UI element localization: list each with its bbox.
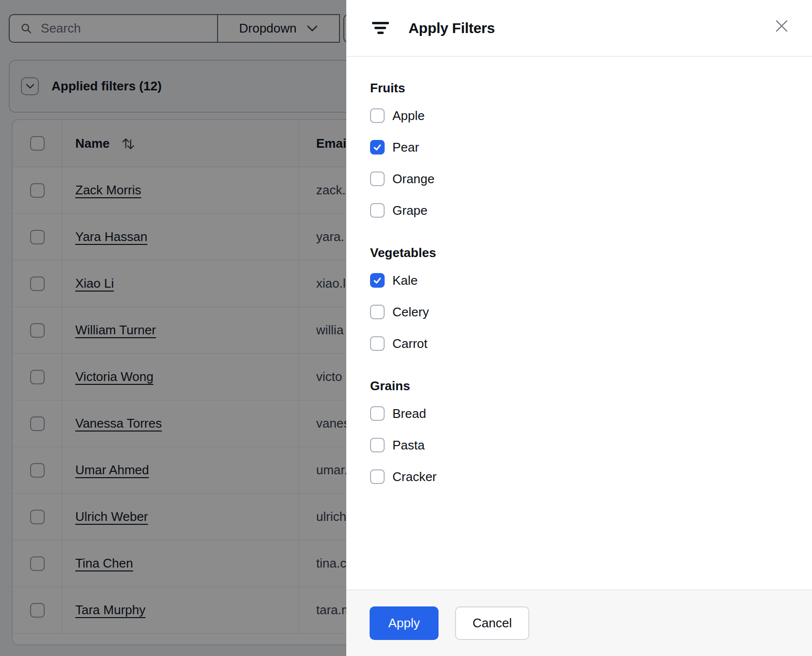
- filter-options: Apple Pear Orange Grape: [370, 108, 788, 218]
- filter-option-label[interactable]: Grape: [392, 203, 427, 218]
- filter-section: Vegetables Kale Celery Carrot: [370, 244, 788, 351]
- filter-option-label[interactable]: Cracker: [392, 469, 437, 484]
- filter-option-label[interactable]: Bread: [392, 406, 426, 421]
- filter-checkbox[interactable]: [370, 140, 385, 155]
- filter-checkbox[interactable]: [370, 406, 385, 421]
- filter-checkbox[interactable]: [370, 108, 385, 123]
- filter-option[interactable]: Celery: [370, 304, 788, 320]
- filter-options: Kale Celery Carrot: [370, 273, 788, 351]
- panel-title: Apply Filters: [408, 20, 495, 36]
- close-button[interactable]: [770, 15, 793, 37]
- filter-option[interactable]: Kale: [370, 273, 788, 288]
- panel-footer: Apply Cancel: [346, 589, 812, 656]
- filter-option[interactable]: Pasta: [370, 437, 788, 453]
- filter-option[interactable]: Apple: [370, 108, 788, 123]
- modal-backdrop[interactable]: [0, 0, 346, 656]
- filter-section-title: Fruits: [370, 80, 788, 96]
- filter-checkbox[interactable]: [370, 203, 385, 218]
- filter-section-title: Vegetables: [370, 244, 788, 261]
- filter-option[interactable]: Pear: [370, 139, 788, 155]
- filter-section: Grains Bread Pasta Cracker: [370, 378, 788, 484]
- filter-sections: Fruits Apple Pear Orange: [346, 80, 812, 484]
- check-icon: [372, 276, 382, 285]
- filter-options: Bread Pasta Cracker: [370, 406, 788, 484]
- filter-section-title: Grains: [370, 378, 788, 394]
- check-icon: [372, 142, 382, 152]
- filter-checkbox[interactable]: [370, 438, 385, 452]
- filter-icon: [372, 22, 389, 34]
- filter-option[interactable]: Bread: [370, 406, 788, 421]
- filter-option-label[interactable]: Celery: [392, 305, 429, 320]
- filter-option-label[interactable]: Kale: [392, 273, 418, 288]
- close-icon: [775, 19, 788, 33]
- filter-option-label[interactable]: Orange: [392, 172, 435, 187]
- filter-section: Fruits Apple Pear Orange: [370, 80, 788, 218]
- filter-option[interactable]: Carrot: [370, 336, 788, 351]
- filter-option[interactable]: Cracker: [370, 469, 788, 484]
- filter-option-label[interactable]: Pear: [392, 140, 419, 155]
- apply-filters-panel: Apply Filters Fruits Apple Pear: [346, 0, 812, 656]
- filter-checkbox[interactable]: [370, 273, 385, 288]
- filter-option-label[interactable]: Apple: [392, 108, 425, 123]
- filter-option[interactable]: Orange: [370, 171, 788, 187]
- filter-option-label[interactable]: Carrot: [392, 336, 427, 351]
- filter-option-label[interactable]: Pasta: [392, 438, 425, 453]
- filter-checkbox[interactable]: [370, 305, 385, 319]
- filter-option[interactable]: Grape: [370, 203, 788, 218]
- filter-checkbox[interactable]: [370, 469, 385, 484]
- cancel-button[interactable]: Cancel: [455, 606, 529, 640]
- filter-checkbox[interactable]: [370, 336, 385, 351]
- filter-checkbox[interactable]: [370, 172, 385, 186]
- apply-button[interactable]: Apply: [370, 606, 439, 640]
- panel-header: Apply Filters: [346, 0, 812, 57]
- app-root: Dropdown Applied filters (12) Name: [0, 0, 812, 656]
